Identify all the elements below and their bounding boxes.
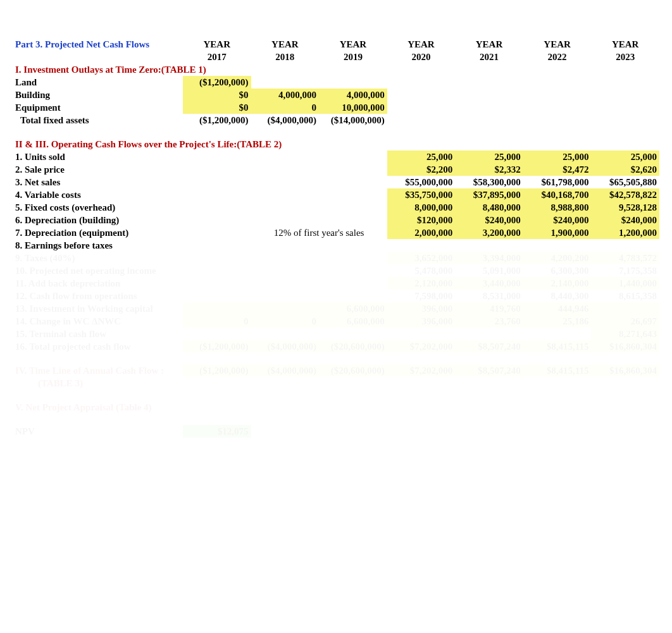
- row-faded-10: 10. Projected net operating income 5,478…: [13, 264, 659, 277]
- year-header-2017: YEAR: [183, 38, 251, 51]
- cell: $2,620: [591, 163, 659, 176]
- row-faded-13: 13. Investment in Working capital 6,600,…: [13, 302, 659, 315]
- row-variable-costs: 4. Variable costs $35,750,000 $37,895,00…: [13, 188, 659, 201]
- year-2021: 2021: [455, 51, 523, 63]
- cell: ($1,200,000): [183, 114, 251, 126]
- cell: $35,750,000: [387, 188, 456, 201]
- cell: 9,528,128: [591, 201, 659, 214]
- row-section-v: V. Net Project Appraisal (Table 4): [13, 401, 659, 414]
- cell: ($1,200,000): [183, 76, 251, 89]
- cell: ($14,000,000): [319, 114, 387, 126]
- label-fixed-costs: 5. Fixed costs (overhead): [13, 201, 183, 214]
- cash-flow-table: Part 3. Projected Net Cash Flows YEAR YE…: [13, 38, 659, 438]
- cell: 4,000,000: [251, 89, 320, 101]
- row-faded-16: 16. Total projected cash flow ($1,200,00…: [13, 340, 659, 353]
- year-header-2020: YEAR: [387, 38, 456, 51]
- label-sale-price: 2. Sale price: [13, 163, 183, 176]
- row-faded-12: 12. Cash flow from operations 7,598,000 …: [13, 290, 659, 302]
- cell: 8,000,000: [387, 201, 456, 214]
- row-faded-9: 9. Taxes (40%) 3,652,000 3,394,000 4,200…: [13, 252, 659, 264]
- cell: 0: [251, 101, 320, 114]
- label-variable-costs: 4. Variable costs: [13, 188, 183, 201]
- cell: 4,000,000: [319, 89, 387, 101]
- row-building: Building $0 4,000,000 4,000,000: [13, 89, 659, 101]
- faded-rows-block: 9. Taxes (40%) 3,652,000 3,394,000 4,200…: [13, 252, 659, 438]
- year-header-2021: YEAR: [455, 38, 523, 51]
- label-net-sales: 3. Net sales: [13, 176, 183, 188]
- page-title: Part 3. Projected Net Cash Flows: [13, 38, 183, 51]
- cell: $37,895,000: [455, 188, 523, 201]
- label-total-fixed: Total fixed assets: [13, 114, 183, 126]
- row-ebt: 8. Earnings before taxes: [13, 239, 659, 252]
- cell: 25,000: [591, 151, 659, 163]
- cell: ($4,000,000): [251, 114, 320, 126]
- cell: [319, 76, 387, 89]
- cell: $61,798,000: [523, 176, 592, 188]
- cell: $2,200: [387, 163, 456, 176]
- cell: $2,332: [455, 163, 523, 176]
- cell: [251, 76, 320, 89]
- row-faded-11: 11. Add back depreciation 2,120,000 3,44…: [13, 277, 659, 290]
- cell: $42,578,822: [591, 188, 659, 201]
- year-header-2018: YEAR: [251, 38, 320, 51]
- row-dep-equipment: 7. Depreciation (equipment) 12% of first…: [13, 226, 659, 239]
- row-net-sales: 3. Net sales $55,000,000 $58,300,000 $61…: [13, 176, 659, 188]
- cell: 25,000: [387, 151, 456, 163]
- cell: $65,505,880: [591, 176, 659, 188]
- cell: 8,480,000: [455, 201, 523, 214]
- cell: $240,000: [591, 214, 659, 226]
- cell: 25,000: [523, 151, 592, 163]
- label-land: Land: [13, 76, 183, 89]
- year-header-2023: YEAR: [591, 38, 659, 51]
- year-2018: 2018: [251, 51, 320, 63]
- cell: $120,000: [387, 214, 456, 226]
- year-2022: 2022: [523, 51, 592, 63]
- row-fixed-costs: 5. Fixed costs (overhead) 8,000,000 8,48…: [13, 201, 659, 214]
- cell: $240,000: [523, 214, 592, 226]
- row-equipment: Equipment $0 0 10,000,000: [13, 101, 659, 114]
- cell: 10,000,000: [319, 101, 387, 114]
- section-2-title: II & III. Operating Cash Flows over the …: [13, 138, 659, 151]
- row-sale-price: 2. Sale price $2,200 $2,332 $2,472 $2,62…: [13, 163, 659, 176]
- label-dep-building: 6. Depreciation (building): [13, 214, 183, 226]
- label-building: Building: [13, 89, 183, 101]
- year-2019: 2019: [319, 51, 387, 63]
- section-1-title: I. Investment Outlays at Time Zero:(TABL…: [13, 63, 659, 76]
- cell: $55,000,000: [387, 176, 456, 188]
- label-ebt: 8. Earnings before taxes: [13, 239, 183, 252]
- dep-note: 12% of first year's sales: [251, 226, 387, 239]
- year-header-2022: YEAR: [523, 38, 592, 51]
- row-faded-15: 15. Terminal cash flow 8,271,643: [13, 328, 659, 340]
- cell: 1,200,000: [591, 226, 659, 239]
- cell: 2,000,000: [387, 226, 456, 239]
- label-equipment: Equipment: [13, 101, 183, 114]
- cell: 3,200,000: [455, 226, 523, 239]
- year-header-2019: YEAR: [319, 38, 387, 51]
- year-2017: 2017: [183, 51, 251, 63]
- spreadsheet-sheet: Part 3. Projected Net Cash Flows YEAR YE…: [0, 0, 672, 450]
- cell: $58,300,000: [455, 176, 523, 188]
- cell: $40,168,700: [523, 188, 592, 201]
- cell: $0: [183, 89, 251, 101]
- cell: $0: [183, 101, 251, 114]
- row-npv: NPV $12,075: [13, 425, 659, 438]
- label-units-sold: 1. Units sold: [13, 151, 183, 163]
- cell: $240,000: [455, 214, 523, 226]
- row-faded-14: 14. Change in WC ΔNWC 0 0 6,600,000 396,…: [13, 315, 659, 328]
- year-2023: 2023: [591, 51, 659, 63]
- cell: $2,472: [523, 163, 592, 176]
- row-section-iv: IV. Time Line of Annual Cash Flow : ($1,…: [13, 364, 659, 377]
- row-units-sold: 1. Units sold 25,000 25,000 25,000 25,00…: [13, 151, 659, 163]
- label-dep-equipment: 7. Depreciation (equipment): [13, 226, 183, 239]
- cell: 8,988,800: [523, 201, 592, 214]
- row-land: Land ($1,200,000): [13, 76, 659, 89]
- year-2020: 2020: [387, 51, 456, 63]
- row-dep-building: 6. Depreciation (building) $120,000 $240…: [13, 214, 659, 226]
- row-total-fixed-assets: Total fixed assets ($1,200,000) ($4,000,…: [13, 114, 659, 126]
- cell: 25,000: [455, 151, 523, 163]
- cell: 1,900,000: [523, 226, 592, 239]
